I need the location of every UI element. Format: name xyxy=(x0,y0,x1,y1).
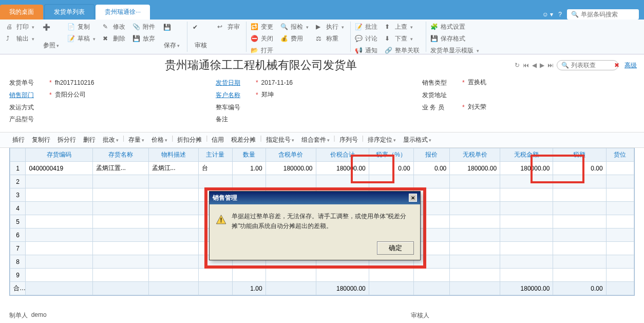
dialog-ok-button[interactable]: 确定 xyxy=(377,241,414,255)
col-header[interactable]: 含税单价 xyxy=(266,148,316,162)
cell[interactable] xyxy=(553,255,606,269)
refresh-icon[interactable]: ↻ xyxy=(515,62,520,69)
cell[interactable] xyxy=(92,255,148,269)
cell[interactable] xyxy=(606,269,634,282)
adv-link[interactable]: 高级 xyxy=(624,61,637,70)
nav-first-icon[interactable]: ⏮ xyxy=(523,62,529,69)
open-button[interactable]: 📂打开 xyxy=(249,45,275,56)
toolbar-组合套件[interactable]: 组合套件 xyxy=(298,135,333,145)
cell[interactable] xyxy=(148,242,199,255)
cell[interactable] xyxy=(413,269,450,282)
cell[interactable] xyxy=(92,202,148,215)
toolbar-复制行[interactable]: 复制行 xyxy=(29,135,53,145)
cell[interactable] xyxy=(92,175,148,188)
col-header[interactable] xyxy=(10,148,26,162)
cell[interactable] xyxy=(606,175,634,188)
cell[interactable] xyxy=(553,175,606,188)
cell[interactable] xyxy=(450,175,500,188)
cell[interactable] xyxy=(553,269,606,282)
cell[interactable]: 1.00 xyxy=(232,162,266,175)
discuss-button[interactable]: 💬讨论 xyxy=(353,33,380,44)
cell[interactable] xyxy=(148,255,199,269)
toolbar-折扣分摊[interactable]: 折扣分摊 xyxy=(174,135,205,145)
tpl-button[interactable]: 发货单显示模版 xyxy=(428,45,481,56)
cell[interactable]: 0.00 xyxy=(413,162,450,175)
nav-prev-icon[interactable]: ◀ xyxy=(532,62,537,69)
cell[interactable] xyxy=(450,255,500,269)
toolbar-存量[interactable]: 存量 xyxy=(125,135,147,145)
cell[interactable] xyxy=(92,215,148,229)
row-header[interactable]: 5 xyxy=(10,215,26,229)
cell[interactable] xyxy=(26,175,92,188)
cell[interactable] xyxy=(553,229,606,242)
cell[interactable]: 0.00 xyxy=(553,162,606,175)
cell[interactable] xyxy=(26,269,92,282)
cell[interactable] xyxy=(148,215,199,229)
col-header[interactable]: 数量 xyxy=(232,148,266,162)
unaudit-button[interactable]: ↩弃审 xyxy=(215,22,242,32)
cell[interactable] xyxy=(450,188,500,202)
toolbar-拆分行[interactable]: 拆分行 xyxy=(54,135,79,145)
down-button[interactable]: ⬇下查 xyxy=(383,33,422,44)
cell[interactable] xyxy=(500,175,553,188)
row-header[interactable]: 9 xyxy=(10,269,26,282)
list-lookup-input[interactable] xyxy=(571,62,612,69)
cell[interactable] xyxy=(500,229,553,242)
cell[interactable] xyxy=(450,242,500,255)
row-header[interactable]: 4 xyxy=(10,202,26,215)
cell[interactable] xyxy=(148,202,199,215)
cell[interactable] xyxy=(606,162,634,175)
save-button[interactable]: 💾保存 xyxy=(160,22,183,52)
ref-button[interactable]: ➕参照 xyxy=(40,22,62,52)
cell[interactable] xyxy=(316,175,369,188)
exec-button[interactable]: ▶执行 xyxy=(314,22,346,32)
col-header[interactable]: 主计量 xyxy=(199,148,232,162)
cell[interactable] xyxy=(148,229,199,242)
toolbar-排序定位[interactable]: 排序定位 xyxy=(365,135,399,145)
toolbar-序列号[interactable]: 序列号 xyxy=(336,135,361,145)
cell[interactable]: 0.00 xyxy=(369,162,413,175)
cell[interactable] xyxy=(606,255,634,269)
cell[interactable] xyxy=(553,242,606,255)
row-header[interactable]: 3 xyxy=(10,188,26,202)
cell[interactable] xyxy=(26,229,92,242)
nav-next-icon[interactable]: ▶ xyxy=(540,62,544,69)
list-lookup[interactable]: 🔍 ✖ xyxy=(557,60,618,70)
help-icon[interactable]: ? xyxy=(558,11,562,18)
up-button[interactable]: ⬆上查 xyxy=(383,22,422,32)
nav-last-icon[interactable]: ⏭ xyxy=(547,62,554,69)
cell[interactable] xyxy=(266,269,316,282)
cell[interactable] xyxy=(450,215,500,229)
cost-button[interactable]: 💰费用 xyxy=(278,33,311,44)
smiley-icon[interactable]: ☺ ▾ xyxy=(542,11,554,18)
change-button[interactable]: 🔁变更 xyxy=(249,22,275,32)
cell[interactable]: 台 xyxy=(199,162,232,175)
cell[interactable] xyxy=(500,242,553,255)
col-header[interactable]: 物料描述 xyxy=(148,148,199,162)
barcode-search-input[interactable] xyxy=(581,11,635,18)
cell[interactable] xyxy=(369,175,413,188)
weigh-button[interactable]: ⚖称重 xyxy=(314,33,346,44)
cell[interactable] xyxy=(500,255,553,269)
cell[interactable] xyxy=(148,175,199,188)
attach-button[interactable]: 📎附件 xyxy=(130,22,157,32)
cell[interactable]: 180000.00 xyxy=(500,162,553,175)
print-button[interactable]: 🖨打印 xyxy=(4,22,36,32)
toolbar-显示格式[interactable]: 显示格式 xyxy=(400,135,434,145)
col-header[interactable]: 存货名称 xyxy=(92,148,148,162)
col-header[interactable]: 报价 xyxy=(413,148,450,162)
cell[interactable] xyxy=(500,188,553,202)
approve-button[interactable]: 📝批注 xyxy=(353,22,380,32)
abandon-button[interactable]: 💾放弃 xyxy=(130,33,157,44)
cell[interactable] xyxy=(606,215,634,229)
toolbar-插行[interactable]: 插行 xyxy=(9,135,28,145)
col-header[interactable]: 税额 xyxy=(553,148,606,162)
col-header[interactable]: 税率（%） xyxy=(369,148,413,162)
cell[interactable] xyxy=(26,215,92,229)
col-header[interactable]: 存货编码 xyxy=(26,148,92,162)
cell[interactable] xyxy=(369,269,413,282)
toolbar-指定批号[interactable]: 指定批号 xyxy=(263,135,297,145)
cell[interactable] xyxy=(232,269,266,282)
check-button[interactable]: 🔍报检 xyxy=(278,22,311,32)
cell[interactable] xyxy=(606,202,634,215)
